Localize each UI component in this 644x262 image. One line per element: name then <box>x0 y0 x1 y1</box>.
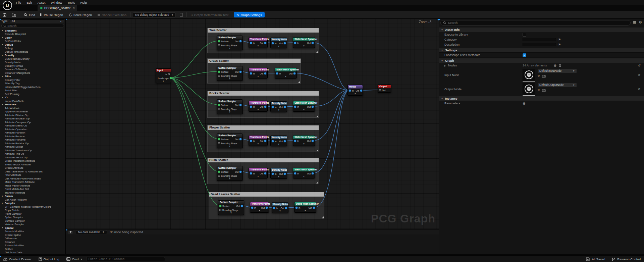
in-input-pin[interactable] <box>272 140 274 142</box>
palette-item[interactable]: Filter Attribute <box>0 173 65 177</box>
input-node-dropdown[interactable]: DefaultInputNode▼ <box>537 69 577 73</box>
in-input-pin[interactable] <box>250 106 252 108</box>
pause-regen-button[interactable]: Pause Regen <box>38 11 66 19</box>
collapse-chevron-icon[interactable]: ▼ <box>250 210 269 212</box>
menu-file[interactable]: File <box>13 1 24 4</box>
palette-item[interactable]: DistanceToNeighbors <box>0 71 65 75</box>
chevron-right-icon[interactable]: ▶ <box>444 64 447 67</box>
palette-item[interactable]: Attribute Trig Op <box>0 152 65 156</box>
node-dn[interactable]: Density NoiseInOut▼ <box>272 202 288 213</box>
group-resize-handle[interactable] <box>298 81 300 83</box>
node-tp[interactable]: Transform PointsInOut▼ <box>250 202 269 213</box>
reset-to-default-icon[interactable]: ↺ <box>638 64 641 67</box>
out-output-pin[interactable] <box>312 172 314 174</box>
out-output-pin[interactable] <box>241 205 243 207</box>
collapse-chevron-icon[interactable]: ▼ <box>293 45 315 48</box>
expose-to-library-checkbox[interactable] <box>523 33 526 37</box>
node-sms[interactable]: Static Mesh SpawnerInOut▼ <box>293 101 315 112</box>
in-output-pin[interactable] <box>168 73 170 75</box>
palette-item[interactable]: Attribute Maths Op <box>0 124 65 128</box>
group-resize-handle[interactable] <box>316 115 318 117</box>
palette-item[interactable]: Add Attribute <box>0 106 65 110</box>
collapse-chevron-icon[interactable]: ▼ <box>217 145 243 148</box>
bounding-shape-input-pin[interactable] <box>218 44 220 46</box>
group-resize-handle[interactable] <box>316 181 318 184</box>
palette-item[interactable]: Copy Points <box>0 209 65 212</box>
output-log-button[interactable]: Output Log <box>35 256 63 262</box>
collapse-chevron-icon[interactable]: ▼ <box>271 109 287 112</box>
node-tp[interactable]: Transform PointsInOut▼ <box>249 168 268 178</box>
details-search[interactable] <box>440 20 631 25</box>
group-title[interactable]: Rocks Scatter <box>208 91 319 96</box>
out-output-pin[interactable] <box>264 172 266 174</box>
node-sms[interactable]: Static Mesh SpawnerInOut▼ <box>293 168 315 178</box>
node-ss[interactable]: Surface SamplerSurfaceOutBounding Shape▼ <box>217 36 243 50</box>
palette-category-color[interactable]: ▼Color <box>0 36 65 40</box>
browse-to-asset-icon[interactable] <box>542 89 546 92</box>
palette-item[interactable]: IntersectWithTaggedActorGeo <box>0 85 65 89</box>
palette-item[interactable]: Data Table Row To Attribute Set <box>0 170 65 173</box>
palette-item[interactable]: Transfer Attribute <box>0 191 65 195</box>
output-node-dropdown[interactable]: DefaultOutputNode▼ <box>537 83 577 87</box>
save-button[interactable] <box>0 11 9 19</box>
node-dn[interactable]: Density NoiseInOut▼ <box>270 168 287 179</box>
collapse-chevron-icon[interactable]: ▼ <box>294 210 316 212</box>
palette-category-io[interactable]: ▼IO <box>0 96 65 100</box>
palette-item[interactable]: Difference <box>0 237 65 241</box>
group-title[interactable]: Dead Leaves Scatter <box>209 192 324 197</box>
collapse-chevron-icon[interactable]: ▼ <box>275 75 297 78</box>
in-input-pin[interactable] <box>250 72 252 74</box>
node-tp[interactable]: Transform PointsInOut▼ <box>249 101 268 112</box>
in-input-pin[interactable] <box>272 106 274 108</box>
palette-item[interactable]: Density Remap <box>0 64 65 68</box>
palette-item[interactable]: Attribute Transform Op <box>0 149 65 152</box>
palette-item[interactable]: Attribute Compare Op <box>0 120 65 124</box>
bounding-shape-input-pin[interactable] <box>218 75 220 77</box>
tab-pcggraph-scatter[interactable]: PCGGraph_Scatter × <box>38 5 77 11</box>
palette-item[interactable]: Extents Modifier <box>0 244 65 248</box>
palette-item[interactable]: Distance <box>0 240 65 244</box>
in-input-pin[interactable] <box>294 106 296 108</box>
landscape-uses-metadata-checkbox[interactable]: ✓ <box>523 53 526 57</box>
group-title[interactable]: Grass Scatter <box>208 59 301 63</box>
collapse-chevron-icon[interactable]: ▼ <box>271 176 287 178</box>
find-button[interactable]: Find <box>21 11 38 19</box>
palette-item[interactable]: Filter By Tag <box>0 82 65 86</box>
in-input-pin[interactable] <box>294 140 296 142</box>
collapse-chevron-icon[interactable]: ▼ <box>293 143 315 146</box>
palette-category-param[interactable]: ▼Param <box>0 195 65 198</box>
collapse-chevron-icon[interactable]: ▼ <box>271 45 287 48</box>
group-resize-handle[interactable] <box>316 149 318 151</box>
collapse-chevron-icon[interactable]: ▼ <box>272 210 288 213</box>
collapse-chevron-icon[interactable]: ▼ <box>217 111 243 114</box>
input-node-thumbnail[interactable] <box>523 69 535 82</box>
menu-edit[interactable]: Edit <box>24 1 35 4</box>
palette-item[interactable]: Get Actor Data <box>0 251 65 255</box>
out-output-pin[interactable] <box>264 106 266 108</box>
in-input-pin[interactable] <box>250 172 252 174</box>
palette-item[interactable]: AppendAttributeSet <box>0 110 65 114</box>
in-input-pin[interactable] <box>276 72 278 74</box>
menu-window[interactable]: Window <box>48 1 65 4</box>
out-output-pin[interactable] <box>293 72 296 74</box>
palette-item[interactable]: Volume Sampler <box>0 223 65 226</box>
in-input-pin[interactable] <box>251 207 253 209</box>
palette-item[interactable]: Attribute Reduce <box>0 135 65 138</box>
palette-item[interactable]: Point Sampler <box>0 212 65 216</box>
bounding-shape-input-pin[interactable] <box>218 175 220 177</box>
out-output-pin[interactable] <box>284 42 286 44</box>
node-output[interactable]: OutputOut <box>378 85 391 93</box>
collapse-chevron-icon[interactable]: ▼ <box>217 78 243 81</box>
graph-settings-button[interactable]: ✎ Graph Settings <box>234 12 265 17</box>
node-ss[interactable]: Surface SamplerSurfaceOutBounding Shape▼ <box>218 200 244 215</box>
palette-item[interactable]: Bounds Modifier <box>0 230 65 233</box>
cmd-dropdown[interactable]: Cmd ▼ <box>63 256 86 262</box>
landscape-output-pin[interactable] <box>170 77 172 79</box>
content-drawer-button[interactable]: Content Drawer <box>0 256 35 262</box>
node-tp[interactable]: Transform PointsInOut▼ <box>249 37 268 48</box>
node-ss[interactable]: Surface SamplerSurfaceOutBounding Shape▼ <box>217 66 243 81</box>
palette-item[interactable]: Debug <box>0 47 65 50</box>
palette-item[interactable]: SetPointColor <box>0 40 65 43</box>
out-output-pin[interactable] <box>266 207 268 209</box>
reset-to-default-icon[interactable]: ↺ <box>638 87 641 91</box>
